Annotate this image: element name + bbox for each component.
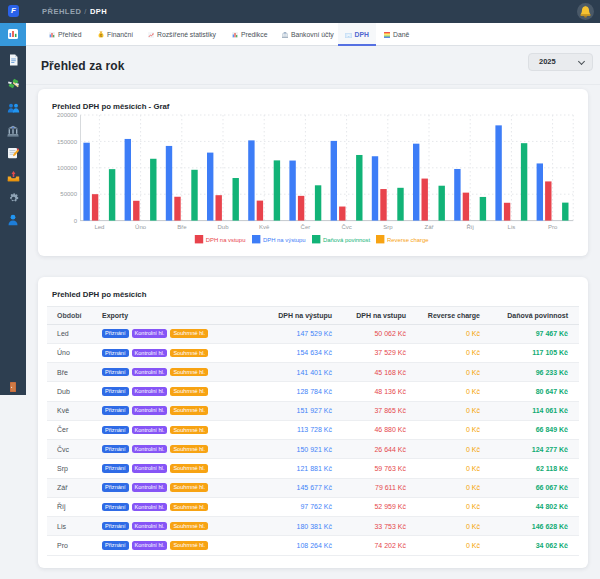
svg-text:Dub: Dub (217, 224, 229, 230)
svg-text:$: $ (100, 34, 102, 38)
svg-text:DPH na výstupu: DPH na výstupu (263, 237, 306, 243)
svg-text:50000: 50000 (60, 191, 77, 197)
svg-text:Úno: Úno (135, 224, 147, 230)
svg-text:Reverse charge: Reverse charge (387, 237, 429, 243)
svg-text:Pro: Pro (548, 224, 558, 230)
svg-text:0: 0 (74, 218, 78, 224)
svg-text:Daňová povinnost: Daňová povinnost (323, 237, 371, 243)
svg-text:100000: 100000 (57, 165, 78, 171)
svg-text:Bře: Bře (177, 224, 187, 230)
svg-text:200000: 200000 (57, 112, 78, 118)
svg-text:Srp: Srp (383, 224, 393, 230)
svg-text:Čer: Čer (301, 224, 311, 230)
svg-text:150000: 150000 (57, 139, 78, 145)
svg-text:Zář: Zář (425, 224, 435, 230)
svg-text:Led: Led (94, 224, 104, 230)
svg-text:Lis: Lis (508, 224, 516, 230)
svg-text:Čvc: Čvc (341, 224, 351, 230)
svg-text:Říj: Říj (467, 223, 474, 230)
svg-text:Kvě: Kvě (259, 224, 270, 230)
svg-text:DPH na vstupu: DPH na vstupu (206, 237, 246, 243)
